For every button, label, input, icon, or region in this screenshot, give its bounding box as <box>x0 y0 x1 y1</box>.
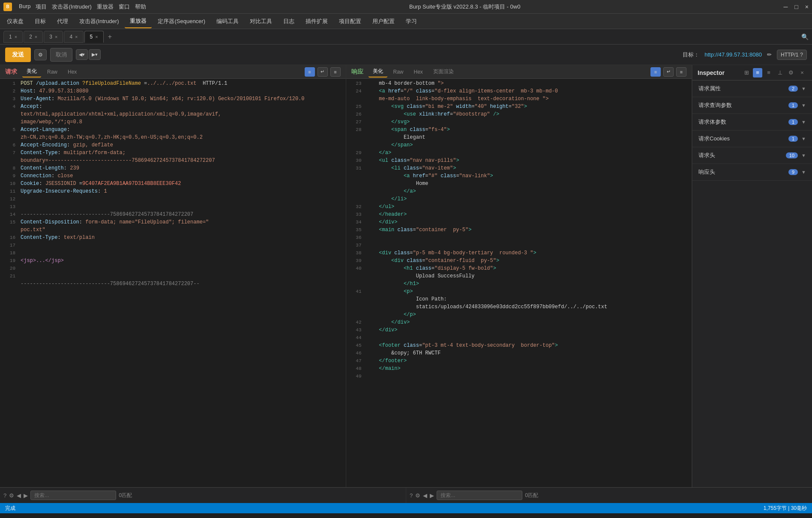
resp-line-36: 36 <box>346 235 692 242</box>
request-subtab-pretty[interactable]: 美化 <box>22 66 41 77</box>
menu-burp[interactable]: Burp <box>19 3 30 11</box>
send-button[interactable]: 发送 <box>5 48 31 62</box>
menu-proxy[interactable]: 代理 <box>52 15 73 28</box>
request-line-15: 11 Upgrade-Insecure-Requests: 1 <box>0 188 346 196</box>
tab-5-close[interactable]: × <box>95 34 98 39</box>
tab-5[interactable]: 5 × <box>84 31 104 43</box>
inspector-section-request-attrs[interactable]: 请求属性 2 ▼ <box>692 80 812 97</box>
resp-prev-icon[interactable]: ◀ <box>423 492 427 499</box>
resp-line-40: 40 <h1 class="display-5 fw-bold"> <box>346 265 692 273</box>
inspector-section-req-headers[interactable]: 请求头 10 ▼ <box>692 147 812 164</box>
tab-3[interactable]: 3 × <box>44 31 63 43</box>
inspector-grid-icon[interactable]: ⊞ <box>742 68 751 77</box>
target-url: http://47.99.57.31:8080 <box>704 51 762 58</box>
menu-dashboard[interactable]: 仪表盘 <box>2 15 29 28</box>
request-search-input[interactable] <box>30 491 116 500</box>
menu-window[interactable]: 窗口 <box>119 3 130 11</box>
resp-next-icon[interactable]: ▶ <box>430 492 434 499</box>
request-line-blank2: 13 <box>0 204 346 211</box>
cancel-button[interactable]: 取消 <box>50 48 72 62</box>
menu-comparer[interactable]: 对比工具 <box>245 15 277 28</box>
resp-line-29: 29 </a> <box>346 150 692 158</box>
request-line-9: 6 Accept-Encoding: gzip, deflate <box>0 142 346 150</box>
inspector-section-cookies[interactable]: 请求Cookies 1 ▼ <box>692 131 812 147</box>
inspector-section-query-params[interactable]: 请求查询参数 1 ▼ <box>692 97 812 114</box>
request-subtab-raw[interactable]: Raw <box>43 67 62 77</box>
prev-button[interactable]: ◀▾ <box>76 49 88 60</box>
tab-3-close[interactable]: × <box>55 34 57 39</box>
resp-settings-icon[interactable]: ⚙ <box>415 492 420 499</box>
response-subtab-raw[interactable]: Raw <box>389 67 408 77</box>
inspector-section-resp-headers[interactable]: 响应头 9 ▼ <box>692 164 812 181</box>
request-icon-doc[interactable]: ≡ <box>305 67 315 77</box>
window-controls: ─ □ × <box>783 3 809 10</box>
req-next-icon[interactable]: ▶ <box>24 492 28 499</box>
request-icon-wrap[interactable]: ≡ <box>330 67 341 77</box>
inspector-align-icon[interactable]: ≡ <box>764 68 773 77</box>
settings-button[interactable]: ⚙ <box>34 49 47 60</box>
http-version-selector[interactable]: HTTP/1 ? <box>777 50 807 60</box>
menu-help[interactable]: 帮助 <box>135 3 146 11</box>
response-icon-ln[interactable]: ↵ <box>663 67 674 77</box>
resp-line-40b: Upload SuccessFully <box>346 273 692 281</box>
menu-learn[interactable]: 学习 <box>401 15 422 28</box>
response-icon-doc[interactable]: ≡ <box>650 67 661 77</box>
resp-line-32: 32 </ul> <box>346 204 692 211</box>
inspector-header: Inspector ⊞ ≡ ≡ ⊥ ⚙ × <box>692 65 812 80</box>
bottom-bars: ? ⚙ ◀ ▶ 0匹配 ? ⚙ ◀ ▶ 0匹配 <box>0 487 812 503</box>
req-prev-icon[interactable]: ◀ <box>17 492 21 499</box>
tab-1[interactable]: 1 × <box>3 31 23 43</box>
next-button[interactable]: ▶▾ <box>89 49 101 60</box>
response-code-area[interactable]: 23 mb-4 border-bottom "> 24 <a href="/" … <box>346 79 692 487</box>
tab-4[interactable]: 4 × <box>64 31 83 43</box>
edit-target-icon[interactable]: ✏ <box>767 51 772 58</box>
inspector-list-icon[interactable]: ≡ <box>753 68 762 77</box>
response-match-count: 0匹配 <box>525 492 538 499</box>
request-code-area[interactable]: 1 POST /upload.action ?fileUploadFileNam… <box>0 79 346 487</box>
minimize-button[interactable]: ─ <box>783 3 788 10</box>
menu-project[interactable]: 项目 <box>36 3 47 11</box>
inspector-split-icon[interactable]: ⊥ <box>775 68 785 77</box>
tab-1-close[interactable]: × <box>15 34 17 39</box>
menu-sequencer[interactable]: 定序器(Sequencer) <box>153 15 210 28</box>
resp-line-41b: Icon Path: <box>346 296 692 304</box>
request-icon-ln[interactable]: ↵ <box>318 67 328 77</box>
response-icon-wrap[interactable]: ≡ <box>676 67 686 77</box>
tab-2[interactable]: 2 × <box>24 31 43 43</box>
resp-line-38: 38 <div class="p-5 mb-4 bg-body-tertiary… <box>346 250 692 258</box>
request-line-10: 7 Content-Type: multipart/form-data; <box>0 150 346 158</box>
inspector-close-icon[interactable]: × <box>797 68 807 77</box>
response-subtab-render[interactable]: 页面渲染 <box>429 66 458 77</box>
question-mark-icon[interactable]: ? <box>800 52 803 58</box>
menu-target[interactable]: 目标 <box>30 15 51 28</box>
menu-repeater-main[interactable]: 重放器 <box>125 15 152 28</box>
maximize-button[interactable]: □ <box>794 3 798 10</box>
request-match-count: 0匹配 <box>119 492 132 499</box>
menu-intruder-main[interactable]: 攻击器(Intruder) <box>74 15 124 28</box>
menu-intruder[interactable]: 攻击器(Intruder) <box>52 3 91 11</box>
menu-user-options[interactable]: 用户配置 <box>367 15 400 28</box>
req-settings-icon[interactable]: ⚙ <box>9 492 14 499</box>
request-subtab-hex[interactable]: Hex <box>63 67 81 77</box>
response-subtab-hex[interactable]: Hex <box>410 67 427 77</box>
req-help-icon[interactable]: ? <box>3 492 6 499</box>
menu-project-options[interactable]: 项目配置 <box>334 15 366 28</box>
close-button[interactable]: × <box>805 3 809 10</box>
tab-2-close[interactable]: × <box>35 34 37 39</box>
tab-4-close[interactable]: × <box>75 34 78 39</box>
menu-extensions[interactable]: 插件扩展 <box>300 15 333 28</box>
menu-logger[interactable]: 日志 <box>278 15 300 28</box>
request-panel: 请求 美化 Raw Hex ≡ ↵ ≡ 1 POST /upload.actio… <box>0 65 346 487</box>
tab-search-icon[interactable]: 🔍 <box>801 33 809 40</box>
inspector-settings-icon[interactable]: ⚙ <box>786 68 796 77</box>
response-subtab-pretty[interactable]: 美化 <box>369 66 387 77</box>
add-tab-button[interactable]: + <box>105 31 115 42</box>
inspector-section-body-params[interactable]: 请求体参数 1 ▼ <box>692 114 812 131</box>
response-search-input[interactable] <box>437 491 522 500</box>
menu-encoder[interactable]: 编码工具 <box>211 15 244 28</box>
request-line-8: zh-CN,zh;q=0.8,zh-TW;q=0.7,zh-HK;q=0.5,e… <box>0 134 346 142</box>
menu-repeater[interactable]: 重放器 <box>97 3 114 11</box>
resp-line-23: 23 mb-4 border-bottom "> <box>346 80 692 88</box>
resp-help-icon[interactable]: ? <box>410 492 413 499</box>
request-line-blank1: 12 <box>0 196 346 204</box>
